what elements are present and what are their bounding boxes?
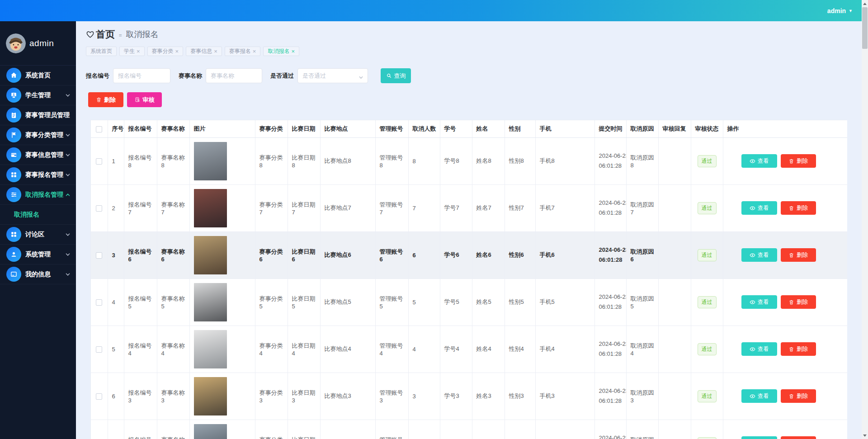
row-image[interactable] xyxy=(194,283,227,321)
column-header-phone: 手机 xyxy=(535,120,594,137)
cell-audit_reply xyxy=(658,326,691,373)
close-icon[interactable]: × xyxy=(137,48,140,54)
status-badge: 通过 xyxy=(698,202,717,214)
cell-submit_time: 2024-06-23 06:01:28 xyxy=(594,279,626,326)
row-checkbox[interactable] xyxy=(96,346,102,353)
sidebar-item-赛事管理员管理[interactable]: 赛事管理员管理 xyxy=(0,105,76,125)
sidebar-item-系统首页[interactable]: 系统首页 xyxy=(0,66,76,85)
search-button[interactable]: 查询 xyxy=(381,68,411,83)
cell-cancel_count: 4 xyxy=(408,326,440,373)
chevron-down-icon xyxy=(65,252,71,257)
tab-取消报名[interactable]: 取消报名× xyxy=(263,47,299,56)
cell-check xyxy=(91,326,108,373)
cell-reg_no: 报名编号3 xyxy=(124,373,157,420)
table-row: 3报名编号6赛事名称6赛事分类6比赛日期6比赛地点6管理账号66学号6姓名6性别… xyxy=(91,231,847,279)
cell-match_date: 比赛日期4 xyxy=(288,326,320,373)
cell-submit_time: 2024-06-23 06:01:28 xyxy=(594,137,626,184)
cell-check xyxy=(91,420,108,439)
scrollbar[interactable] xyxy=(862,0,868,439)
view-button[interactable]: 查看 xyxy=(741,248,777,262)
row-image[interactable] xyxy=(194,330,227,368)
cell-reg_no: 报名编号4 xyxy=(124,326,157,373)
close-icon[interactable]: × xyxy=(175,48,179,54)
sidebar-item-赛事分类管理[interactable]: 赛事分类管理 xyxy=(0,125,76,145)
row-image[interactable] xyxy=(194,236,227,274)
sidebar-item-赛事报名管理[interactable]: 赛事报名管理 xyxy=(0,165,76,185)
view-button[interactable]: 查看 xyxy=(741,436,777,439)
scrollbar-thumb[interactable] xyxy=(862,7,868,49)
sidebar-item-系统管理[interactable]: 系统管理 xyxy=(0,245,76,264)
sidebar-subitem-取消报名[interactable]: 取消报名 xyxy=(0,205,76,225)
view-button[interactable]: 查看 xyxy=(741,295,777,309)
cell-category: 赛事分类5 xyxy=(255,279,288,326)
cell-phone: 手机5 xyxy=(535,279,594,326)
delete-row-button-label: 删除 xyxy=(797,251,808,259)
sidebar-item-学生管理[interactable]: 学生管理 xyxy=(0,85,76,105)
tab-赛事分类[interactable]: 赛事分类× xyxy=(147,47,184,56)
sidebar-item-讨论区[interactable]: 讨论区 xyxy=(0,225,76,245)
chevron-up-icon xyxy=(65,192,71,198)
cell-cancel_count: 8 xyxy=(408,137,440,184)
row-image[interactable] xyxy=(194,424,227,439)
cell-actions: 查看删除 xyxy=(723,184,847,231)
cell-event_name: 赛事名称3 xyxy=(157,373,189,420)
tab-赛事报名[interactable]: 赛事报名× xyxy=(225,47,261,56)
row-checkbox[interactable] xyxy=(96,299,102,306)
cell-admin_account: 管理账号5 xyxy=(375,279,408,326)
column-header-cancel_reason: 取消原因 xyxy=(626,120,658,137)
scroll-up-button[interactable] xyxy=(862,0,868,7)
view-button[interactable]: 查看 xyxy=(741,389,777,403)
delete-row-button[interactable]: 删除 xyxy=(781,295,816,309)
row-image[interactable] xyxy=(194,142,227,180)
delete-row-button[interactable]: 删除 xyxy=(781,342,816,356)
delete-row-button[interactable]: 删除 xyxy=(781,201,816,215)
tab-赛事信息[interactable]: 赛事信息× xyxy=(186,47,222,56)
user-menu[interactable]: admin ▼ xyxy=(827,7,853,14)
event-name-input[interactable] xyxy=(206,68,262,83)
audit-button[interactable]: 审核 xyxy=(127,92,162,107)
row-checkbox[interactable] xyxy=(96,393,102,400)
close-icon[interactable]: × xyxy=(291,48,295,54)
tab-系统首页[interactable]: 系统首页 xyxy=(86,47,117,56)
cell-match_place: 比赛地点7 xyxy=(320,184,375,231)
tab-label: 取消报名 xyxy=(268,47,289,55)
tab-学生[interactable]: 学生× xyxy=(119,47,145,56)
cell-student_no: 学号4 xyxy=(440,326,472,373)
view-button[interactable]: 查看 xyxy=(741,154,777,168)
sidebar-item-赛事信息管理[interactable]: 赛事信息管理 xyxy=(0,145,76,165)
row-checkbox[interactable] xyxy=(96,158,102,165)
scroll-down-button[interactable] xyxy=(862,432,868,439)
row-image[interactable] xyxy=(194,189,227,227)
delete-row-button[interactable]: 删除 xyxy=(781,436,816,439)
delete-row-button[interactable]: 删除 xyxy=(781,248,816,262)
delete-button[interactable]: 删除 xyxy=(88,92,123,107)
cell-match_date: 比赛日期2 xyxy=(288,420,320,439)
reg-no-input[interactable] xyxy=(113,68,170,83)
cell-name: 姓名8 xyxy=(472,137,505,184)
row-image[interactable] xyxy=(194,377,227,415)
delete-button-label: 删除 xyxy=(104,96,116,104)
sidebar-username: admin xyxy=(29,38,54,48)
cell-submit_time: 2024-06-23 06:01:28 xyxy=(594,420,626,439)
row-checkbox[interactable] xyxy=(96,205,102,212)
close-icon[interactable]: × xyxy=(214,48,217,54)
view-button[interactable]: 查看 xyxy=(741,201,777,215)
status-badge: 通过 xyxy=(698,343,717,355)
sidebar-item-取消报名管理[interactable]: 取消报名管理 xyxy=(0,185,76,205)
close-icon[interactable]: × xyxy=(253,48,256,54)
eye-icon xyxy=(750,158,755,164)
cell-phone: 手机2 xyxy=(535,420,594,439)
view-button[interactable]: 查看 xyxy=(741,342,777,356)
breadcrumb-home[interactable]: 首页 xyxy=(96,28,115,41)
cell-phone: 手机7 xyxy=(535,184,594,231)
row-checkbox[interactable] xyxy=(96,252,102,259)
event-name-label: 赛事名称 xyxy=(179,72,202,80)
pass-select[interactable]: 是否通过 xyxy=(297,68,368,83)
tab-label: 赛事分类 xyxy=(152,47,174,55)
sidebar-item-我的信息[interactable]: 我的信息 xyxy=(0,264,76,284)
cell-submit_time: 2024-06-23 06:01:28 xyxy=(594,326,626,373)
delete-row-button[interactable]: 删除 xyxy=(781,389,816,403)
select-all-checkbox[interactable] xyxy=(96,126,102,132)
user-icon xyxy=(6,247,21,262)
delete-row-button[interactable]: 删除 xyxy=(781,154,816,168)
